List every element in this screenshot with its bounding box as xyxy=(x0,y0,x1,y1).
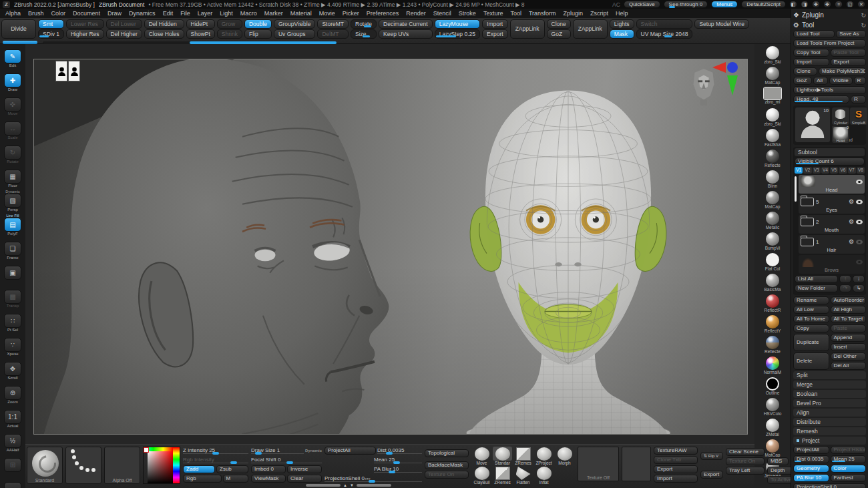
subtool-scrollbar[interactable] xyxy=(795,176,797,202)
shelf-button[interactable]: ZAppLink xyxy=(573,19,608,39)
menu-item[interactable]: Movie xyxy=(319,10,335,17)
project-section[interactable]: Project xyxy=(793,437,866,445)
material-item[interactable]: BasicMa xyxy=(758,274,787,294)
tray-item[interactable]: ❏ Frame xyxy=(3,238,23,260)
tray-item[interactable]: ● xyxy=(3,478,23,488)
quicksave-button[interactable]: QuickSave xyxy=(624,1,660,8)
eye-icon[interactable] xyxy=(856,260,863,264)
del-all-button[interactable]: Del All xyxy=(831,362,867,370)
material-item[interactable]: MatCap xyxy=(758,191,787,212)
menu-item[interactable]: Transform xyxy=(529,10,556,17)
shelf-button[interactable]: Divide xyxy=(1,19,36,39)
current-brush-thumbnail[interactable]: Standard xyxy=(27,447,63,484)
menu-item[interactable]: Document xyxy=(73,10,100,17)
tool-header[interactable]: ⚙ Tool ↻ xyxy=(793,20,866,30)
current-stroke-thumbnail[interactable]: Dots xyxy=(65,447,101,484)
material-item[interactable]: HSVColo xyxy=(758,398,787,419)
color-picker[interactable] xyxy=(143,447,180,484)
new-folder-button[interactable]: New Folder xyxy=(795,284,838,292)
brush-shortcut[interactable]: ZRemes xyxy=(492,467,513,486)
texture-action-button[interactable]: Export xyxy=(654,465,698,473)
shelf-button[interactable]: Import xyxy=(482,19,508,29)
material-sphere-icon[interactable] xyxy=(766,129,779,142)
subtool-view-tab[interactable]: V2 xyxy=(803,167,811,174)
brush-shortcut[interactable]: Standar xyxy=(492,447,513,467)
tray-item[interactable]: ▣ xyxy=(3,262,23,284)
saturation-value-square[interactable] xyxy=(148,451,173,483)
project-control[interactable]: Mean 25 xyxy=(831,455,867,463)
menu-item[interactable]: File xyxy=(180,10,190,17)
current-alpha-thumbnail[interactable]: Alpha Off xyxy=(104,447,140,484)
silhouette-thumb-2[interactable] xyxy=(68,61,80,81)
material-sphere-icon[interactable] xyxy=(766,46,779,59)
default-zscript-button[interactable]: DefaultZScript xyxy=(741,1,786,8)
project-control[interactable]: Farthest xyxy=(831,474,867,482)
eye-icon[interactable] xyxy=(856,180,863,184)
tray-icon[interactable]: ▩ xyxy=(4,290,21,304)
zplugin-header[interactable]: ❖ Zplugin ↻ xyxy=(793,10,866,20)
silhouette-thumbnails[interactable] xyxy=(55,61,80,81)
material-sphere-icon[interactable] xyxy=(766,419,779,432)
viewmask-button[interactable]: ViewMask xyxy=(251,475,286,483)
tray-icon[interactable]: ▣ xyxy=(4,266,21,280)
palette-section[interactable]: Distribute xyxy=(793,418,866,426)
material-item[interactable]: Outline xyxy=(758,377,787,398)
subtool-action-button[interactable]: Copy xyxy=(793,324,829,332)
shelf-button[interactable]: SDiv 1 xyxy=(38,29,64,39)
visible-count-slider[interactable]: Visible Count 6 xyxy=(795,158,865,166)
silhouette-thumb-1[interactable] xyxy=(55,61,67,81)
material-sphere-icon[interactable] xyxy=(766,170,779,184)
material-sphere-icon[interactable] xyxy=(766,398,779,411)
subtool-thumbnail[interactable] xyxy=(801,238,814,246)
hand-icon[interactable]: ✥ xyxy=(812,1,820,8)
texture-preview-thumbnail[interactable] xyxy=(622,447,651,481)
focal-shift-slider[interactable]: Focal Shift 0 xyxy=(251,456,322,464)
project-control[interactable]: Project History xyxy=(831,446,867,454)
material-item[interactable]: ZMetal xyxy=(758,419,787,439)
elbow-arrow-button[interactable]: ↳ xyxy=(853,284,865,292)
shelf-button[interactable]: Uv Groups xyxy=(274,29,316,39)
subtool-action-button[interactable]: All Low xyxy=(793,306,829,314)
material-sphere-icon[interactable] xyxy=(766,274,779,287)
tool-button[interactable]: Clone xyxy=(793,67,817,75)
shelf-button[interactable]: Lights xyxy=(610,19,634,29)
subtool-item[interactable]: ⚙ Brows xyxy=(799,255,865,274)
move-down-button[interactable]: ↓ xyxy=(853,275,865,283)
window-restore-button[interactable]: ◱ xyxy=(846,1,854,8)
menu-item[interactable]: Light xyxy=(220,10,233,17)
shelf-quick-slider[interactable] xyxy=(43,41,337,44)
tool-button[interactable]: Lightbox▶Tools xyxy=(793,86,866,94)
shelf-button[interactable]: Lower Res xyxy=(66,19,104,29)
shelf-button[interactable]: Decimate Current xyxy=(379,19,433,29)
subtool-action-button[interactable]: All High xyxy=(831,306,867,314)
material-item[interactable]: zbro_Ski xyxy=(758,46,787,67)
material-sphere-icon[interactable] xyxy=(766,356,779,370)
shelf-button[interactable]: Shrink xyxy=(217,29,242,39)
material-item[interactable]: Flat Col xyxy=(758,253,787,274)
zadd-button[interactable]: Zadd xyxy=(183,465,215,473)
tool-button[interactable]: GoZ xyxy=(793,77,812,85)
dist-slider[interactable]: Dist 0.0035 xyxy=(377,447,422,455)
menu-item[interactable]: Material xyxy=(290,10,312,17)
menu-item[interactable]: Color xyxy=(51,10,66,17)
delete-button[interactable]: Delete xyxy=(793,352,829,370)
material-item[interactable]: Reflecte xyxy=(758,150,787,170)
menu-item[interactable]: Alpha xyxy=(5,10,21,17)
menu-item[interactable]: Macro xyxy=(240,10,257,17)
shelf-button[interactable]: Setup Model Wire xyxy=(694,19,749,29)
subtool-action-button[interactable]: Rename xyxy=(793,296,829,304)
tool-button[interactable]: Load Tools From Project xyxy=(793,39,866,47)
menu-item[interactable]: Zscript xyxy=(590,10,608,17)
shelf-button[interactable]: ShowPt xyxy=(186,29,215,39)
tray-icon[interactable]: ✎ xyxy=(4,49,21,63)
gear-icon[interactable]: ⚙ xyxy=(849,218,854,225)
menu-item[interactable]: Tool xyxy=(510,10,521,17)
tray-item[interactable]: ∵ Xpose xyxy=(3,334,23,356)
palette-section[interactable]: Merge xyxy=(793,381,866,389)
subtool-view-tab[interactable]: V6 xyxy=(839,167,847,174)
export-button[interactable]: Export xyxy=(700,471,723,479)
insert-button[interactable]: Insert xyxy=(831,343,867,351)
imbed-slider[interactable]: Imbed 0 xyxy=(251,465,286,473)
palette-section[interactable]: Remesh xyxy=(793,427,866,435)
tray-icon[interactable]: ✜ xyxy=(4,97,21,111)
